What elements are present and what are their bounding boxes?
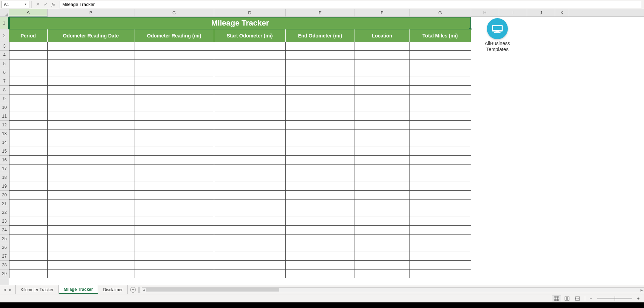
table-cell[interactable] xyxy=(286,252,355,261)
table-cell[interactable] xyxy=(214,270,286,278)
table-cell[interactable] xyxy=(286,191,355,200)
table-header-cell[interactable]: End Odometer (mi) xyxy=(286,29,355,42)
table-cell[interactable] xyxy=(410,103,471,112)
table-cell[interactable] xyxy=(9,234,48,243)
row-header[interactable]: 17 xyxy=(0,164,9,173)
table-cell[interactable] xyxy=(286,94,355,103)
row-header[interactable]: 23 xyxy=(0,217,9,226)
table-cell[interactable] xyxy=(355,226,410,234)
table-cell[interactable] xyxy=(355,252,410,261)
table-cell[interactable] xyxy=(214,156,286,164)
table-cell[interactable] xyxy=(410,138,471,147)
table-cell[interactable] xyxy=(355,147,410,156)
horizontal-scrollbar[interactable]: ◀ ▶ xyxy=(138,285,644,294)
table-cell[interactable] xyxy=(286,68,355,77)
table-cell[interactable] xyxy=(286,103,355,112)
table-cell[interactable] xyxy=(134,173,214,182)
table-cell[interactable] xyxy=(214,226,286,234)
row-header[interactable]: 21 xyxy=(0,200,9,208)
row-header[interactable]: 26 xyxy=(0,243,9,252)
row-header[interactable]: 11 xyxy=(0,112,9,121)
table-cell[interactable] xyxy=(286,51,355,59)
table-cell[interactable] xyxy=(9,200,48,208)
table-cell[interactable] xyxy=(355,156,410,164)
table-cell[interactable] xyxy=(410,94,471,103)
column-header[interactable]: B xyxy=(48,9,134,16)
table-cell[interactable] xyxy=(286,182,355,191)
add-sheet-button[interactable]: + xyxy=(128,285,138,294)
row-header[interactable]: 4 xyxy=(0,51,9,59)
table-cell[interactable] xyxy=(214,59,286,68)
column-header[interactable]: D xyxy=(214,9,286,16)
sheet-tab[interactable]: Disclaimer xyxy=(98,285,128,294)
table-cell[interactable] xyxy=(410,226,471,234)
table-header-cell[interactable]: Total Miles (mi) xyxy=(410,29,471,42)
table-cell[interactable] xyxy=(355,173,410,182)
table-cell[interactable] xyxy=(410,234,471,243)
table-cell[interactable] xyxy=(48,59,134,68)
row-header[interactable]: 16 xyxy=(0,156,9,164)
table-cell[interactable] xyxy=(355,182,410,191)
table-cell[interactable] xyxy=(286,156,355,164)
table-cell[interactable] xyxy=(48,182,134,191)
scroll-splitter[interactable] xyxy=(138,287,140,293)
table-cell[interactable] xyxy=(286,164,355,173)
table-cell[interactable] xyxy=(214,173,286,182)
table-cell[interactable] xyxy=(9,42,48,51)
table-cell[interactable] xyxy=(48,68,134,77)
table-cell[interactable] xyxy=(134,200,214,208)
zoom-slider[interactable] xyxy=(597,298,632,299)
table-cell[interactable] xyxy=(134,156,214,164)
table-cell[interactable] xyxy=(286,208,355,217)
row-header[interactable]: 28 xyxy=(0,261,9,270)
table-cell[interactable] xyxy=(134,191,214,200)
table-cell[interactable] xyxy=(286,270,355,278)
row-header[interactable]: 18 xyxy=(0,173,9,182)
table-cell[interactable] xyxy=(214,86,286,94)
table-cell[interactable] xyxy=(134,103,214,112)
table-cell[interactable] xyxy=(48,77,134,86)
table-cell[interactable] xyxy=(214,261,286,270)
table-cell[interactable] xyxy=(410,191,471,200)
table-cell[interactable] xyxy=(134,261,214,270)
table-cell[interactable] xyxy=(355,77,410,86)
row-header[interactable]: 24 xyxy=(0,226,9,234)
column-header[interactable]: E xyxy=(286,9,355,16)
column-header[interactable]: F xyxy=(355,9,410,16)
column-header[interactable]: H xyxy=(471,9,499,16)
table-cell[interactable] xyxy=(134,226,214,234)
table-header-cell[interactable]: Odometer Reading Date xyxy=(48,29,134,42)
table-header-cell[interactable]: Location xyxy=(355,29,410,42)
table-cell[interactable] xyxy=(410,77,471,86)
row-header[interactable]: 15 xyxy=(0,147,9,156)
table-cell[interactable] xyxy=(410,51,471,59)
table-cell[interactable] xyxy=(9,94,48,103)
table-cell[interactable] xyxy=(214,121,286,130)
table-cell[interactable] xyxy=(355,191,410,200)
table-cell[interactable] xyxy=(410,217,471,226)
row-header[interactable]: 13 xyxy=(0,130,9,138)
table-cell[interactable] xyxy=(9,243,48,252)
table-cell[interactable] xyxy=(410,208,471,217)
table-cell[interactable] xyxy=(410,42,471,51)
table-cell[interactable] xyxy=(286,243,355,252)
table-cell[interactable] xyxy=(48,270,134,278)
table-cell[interactable] xyxy=(134,252,214,261)
table-cell[interactable] xyxy=(214,182,286,191)
title-merged-cell[interactable]: Mileage Tracker xyxy=(9,17,471,29)
table-cell[interactable] xyxy=(9,156,48,164)
table-cell[interactable] xyxy=(134,234,214,243)
table-cell[interactable] xyxy=(9,191,48,200)
table-cell[interactable] xyxy=(134,86,214,94)
table-cell[interactable] xyxy=(286,112,355,121)
table-cell[interactable] xyxy=(48,86,134,94)
table-cell[interactable] xyxy=(48,112,134,121)
table-cell[interactable] xyxy=(410,156,471,164)
table-cell[interactable] xyxy=(134,77,214,86)
table-cell[interactable] xyxy=(355,234,410,243)
table-cell[interactable] xyxy=(355,270,410,278)
table-cell[interactable] xyxy=(355,138,410,147)
scroll-right-icon[interactable]: ▶ xyxy=(640,288,643,292)
cancel-formula-icon[interactable]: ✕ xyxy=(34,1,42,8)
table-cell[interactable] xyxy=(134,68,214,77)
